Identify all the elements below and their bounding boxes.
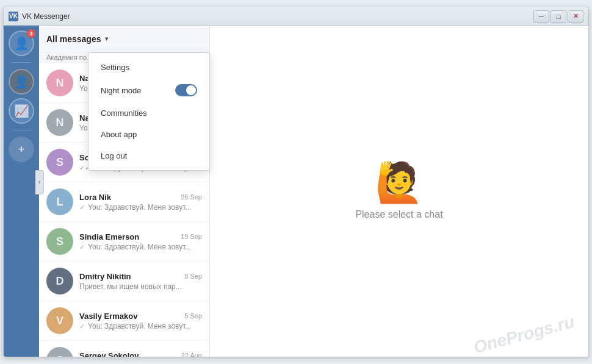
add-button[interactable]: + [9, 137, 34, 162]
avatar-letter: N [56, 116, 64, 129]
empty-chat-emoji: 🙋 [375, 163, 424, 202]
avatar-letter: V [56, 315, 63, 327]
chat-preview: ✓ You: Здравствуй. Меня зовут... [79, 322, 202, 330]
chat-list-item[interactable]: VVasily Ermakov5 Sep✓ You: Здравствуй. М… [39, 301, 209, 341]
communities-label: Communities [101, 109, 147, 118]
chat-avatar: S [46, 149, 73, 176]
chat-name-row: Dmitry Nikitin8 Sep [79, 272, 202, 281]
main-content: 👤 3 👤 📈 + ‹ All messages [4, 26, 588, 357]
window-controls: ─ □ ✕ [533, 10, 583, 23]
chat-info: Sindia Emerson19 Sep✓ You: Здравствуй. М… [79, 232, 202, 251]
chat-list-item[interactable]: SSergey Sokolov22 Aug... [39, 341, 209, 357]
check-marks-icon: ✓ [79, 204, 87, 211]
chat-list-panel: All messages ▾ Академия по Па... Setting… [39, 26, 210, 357]
chat-name: Sindia Emerson [79, 232, 139, 241]
chat-date: 19 Sep [181, 233, 202, 240]
chat-info: Dmitry Nikitin8 SepПривет, мы ищем новых… [79, 272, 202, 291]
chat-info: Sergey Sokolov22 Aug... [79, 351, 202, 357]
chart-icon: 📈 [10, 99, 33, 123]
chat-date: 8 Sep [184, 273, 202, 280]
avatar-letter: L [57, 196, 63, 209]
night-mode-menu-item[interactable]: Night mode [88, 78, 209, 102]
dropdown-arrow-icon: ▾ [105, 35, 108, 42]
avatar-letter: S [56, 235, 63, 248]
window-title: VK Messenger [22, 12, 533, 21]
chat-name: Sergey Sokolov [79, 351, 139, 357]
night-mode-toggle[interactable] [175, 84, 197, 96]
chat-avatar: N [46, 109, 73, 136]
chat-list-item[interactable]: DDmitry Nikitin8 SepПривет, мы ищем новы… [39, 262, 209, 301]
night-mode-label: Night mode [101, 86, 141, 95]
check-marks-icon: ✓ [79, 323, 87, 330]
left-sidebar: 👤 3 👤 📈 + [4, 26, 39, 357]
chat-name: Vasily Ermakov [79, 312, 137, 321]
settings-label: Settings [101, 63, 129, 72]
avatar-letter: D [56, 275, 64, 288]
chat-info: Lora Nik26 Sep✓ You: Здравствуй. Меня зо… [79, 193, 202, 212]
chat-list-item[interactable]: SSindia Emerson19 Sep✓ You: Здравствуй. … [39, 222, 209, 262]
chat-avatar: V [46, 307, 73, 334]
chat-list-item[interactable]: LLora Nik26 Sep✓ You: Здравствуй. Меня з… [39, 182, 209, 222]
chat-avatar: D [46, 268, 73, 294]
maximize-button[interactable]: □ [550, 10, 566, 23]
profile-avatar-container: 👤 3 [9, 30, 34, 56]
chat-preview: ✓ You: Здравствуй. Меня зовут... [79, 203, 202, 212]
sidebar-divider-1 [12, 62, 31, 63]
chat-area: 🙋 Please select a chat OneProgs.ru [210, 26, 588, 357]
news-feed-btn[interactable]: 👤 [9, 69, 34, 95]
chat-preview: Привет, мы ищем новых пар... [79, 282, 202, 291]
all-messages-button[interactable]: All messages ▾ [46, 34, 108, 44]
collapse-arrow[interactable]: ‹ [35, 170, 44, 194]
empty-chat-text: Please select a chat [355, 209, 442, 220]
logout-label: Log out [101, 151, 127, 160]
chat-name-row: Sindia Emerson19 Sep [79, 232, 202, 241]
chat-info: Vasily Ermakov5 Sep✓ You: Здравствуй. Ме… [79, 312, 202, 330]
chat-preview: ✓ You: Здравствуй. Меня зовут... [79, 243, 202, 251]
minimize-button[interactable]: ─ [533, 10, 549, 23]
chat-avatar: N [46, 70, 73, 96]
chat-name: Dmitry Nikitin [79, 272, 131, 281]
titlebar: VK VK Messenger ─ □ ✕ [4, 7, 588, 26]
chat-date: 22 Aug [181, 352, 202, 357]
person-icon: 👤 [10, 70, 33, 93]
chat-name-row: Sergey Sokolov22 Aug [79, 351, 202, 357]
avatar-letter: S [56, 156, 63, 169]
watermark: OneProgs.ru [472, 312, 577, 357]
app-window: VK VK Messenger ─ □ ✕ 👤 3 👤 📈 [3, 7, 589, 357]
chart-btn[interactable]: 📈 [9, 98, 34, 124]
about-app-label: About app [101, 130, 137, 139]
close-button[interactable]: ✕ [568, 10, 583, 23]
avatar-letter: S [56, 354, 63, 357]
no-chat-placeholder: 🙋 Please select a chat [355, 163, 442, 220]
chat-date: 26 Sep [181, 193, 202, 201]
all-messages-label: All messages [46, 34, 101, 44]
chat-avatar: L [46, 188, 73, 215]
chat-name-row: Lora Nik26 Sep [79, 193, 202, 202]
notification-badge: 3 [26, 29, 36, 38]
dropdown-menu: Settings Night mode Communities About ap… [88, 52, 210, 171]
check-marks-icon: ✓ [79, 243, 87, 251]
chat-avatar: S [46, 228, 73, 255]
chat-date: 5 Sep [184, 312, 202, 319]
communities-menu-item[interactable]: Communities [88, 102, 209, 124]
about-app-menu-item[interactable]: About app [88, 124, 209, 145]
chat-name-row: Vasily Ermakov5 Sep [79, 312, 202, 321]
chat-name: Lora Nik [79, 193, 111, 202]
avatar-letter: N [56, 77, 64, 90]
logout-menu-item[interactable]: Log out [88, 145, 209, 166]
chat-avatar: S [46, 347, 73, 357]
app-icon: VK [9, 12, 18, 21]
settings-menu-item[interactable]: Settings [88, 57, 209, 78]
chat-list-header: All messages ▾ [39, 26, 209, 52]
plus-icon: + [18, 143, 25, 156]
sidebar-divider-2 [12, 130, 31, 130]
